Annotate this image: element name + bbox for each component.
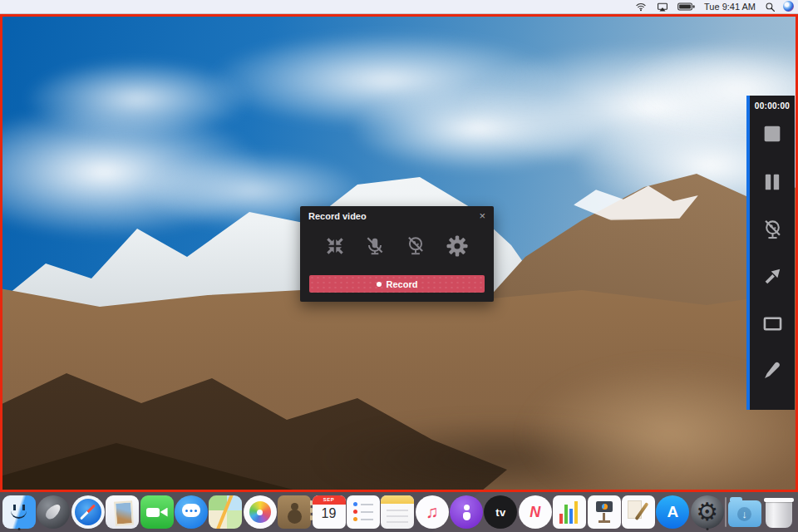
screen: Tue 9:41 AM Record video × Record 00:00:… [0, 0, 798, 532]
microphone-muted-button[interactable] [364, 240, 386, 253]
dock-item-numbers[interactable] [553, 493, 586, 531]
downloads-icon: ↓ [728, 500, 761, 527]
record-video-dialog: Record video × Record [300, 206, 494, 302]
pause-recording-button[interactable] [761, 170, 784, 194]
dock-item-podcasts[interactable] [450, 493, 483, 531]
cursor-highlight-button[interactable] [761, 266, 783, 288]
notes-icon [381, 495, 414, 529]
systempreferences-glyph: ⚙ [691, 495, 724, 529]
siri-icon[interactable] [783, 1, 794, 12]
keynote-icon [588, 495, 621, 529]
photos-icon [244, 495, 277, 529]
dock-item-pages[interactable] [622, 493, 655, 531]
spotlight-icon[interactable] [765, 1, 776, 13]
dock-item-calendar[interactable]: SEP19 [313, 493, 346, 531]
contacts-icon [278, 495, 311, 529]
battery-icon[interactable] [677, 1, 695, 13]
running-indicator-dot [706, 528, 708, 530]
finder-icon [2, 495, 36, 529]
mic-muted-icon [364, 240, 386, 253]
select-region-button[interactable] [761, 313, 784, 335]
settings-button[interactable] [445, 240, 470, 253]
airplay-icon[interactable] [656, 1, 669, 13]
tv-glyph: tv [484, 495, 517, 529]
dock-item-messages[interactable] [175, 493, 208, 531]
podcasts-icon [450, 495, 483, 529]
reminders-icon [347, 495, 380, 529]
music-glyph: ♫ [416, 495, 449, 529]
facetime-icon [140, 495, 174, 529]
systempreferences-icon: ⚙ [691, 495, 724, 529]
dock-divider [725, 497, 727, 527]
appstore-icon: A [656, 495, 689, 529]
calendar-day-label: 19 [313, 506, 346, 521]
record-button[interactable]: Record [309, 275, 485, 293]
pencil-icon [761, 360, 783, 382]
dock-item-notes[interactable] [381, 493, 414, 531]
numbers-icon [553, 495, 586, 529]
draw-annotate-button[interactable] [761, 360, 783, 382]
collapse-arrows-icon [324, 240, 346, 253]
stop-icon [761, 122, 784, 145]
menubar-status-icons [634, 1, 695, 13]
messages-icon [175, 495, 208, 529]
dock-item-appstore[interactable]: A [656, 493, 689, 531]
stop-recording-button[interactable] [761, 122, 784, 145]
dock-item-keynote[interactable] [588, 493, 621, 531]
dock-item-facetime[interactable] [140, 493, 174, 531]
tv-icon: tv [484, 495, 517, 529]
webcam-off-button[interactable] [761, 219, 784, 241]
launchpad-icon [37, 495, 70, 529]
recording-timer: 00:00:00 [755, 101, 790, 111]
dock-item-launchpad[interactable] [37, 493, 70, 531]
arrow-ne-icon [761, 266, 783, 288]
pause-icon [761, 170, 784, 194]
trash-icon [766, 500, 792, 528]
dock-item-contacts[interactable] [278, 493, 311, 531]
dialog-title: Record video [308, 211, 367, 221]
news-icon: N [519, 495, 552, 529]
dock-item-safari[interactable] [71, 493, 105, 531]
dock-item-downloads[interactable]: ↓ [728, 493, 761, 531]
pages-icon [622, 495, 655, 529]
webcam-muted-icon [761, 219, 784, 241]
webcam-muted-icon [405, 240, 426, 253]
downloads-glyph: ↓ [728, 500, 761, 527]
dock-item-systempreferences[interactable]: ⚙ [691, 493, 724, 531]
appstore-glyph: A [656, 495, 689, 529]
dock: SEP19♫tvNA⚙↓ [0, 492, 798, 532]
dock-item-news[interactable]: N [519, 493, 552, 531]
calendar-icon: SEP19 [313, 495, 346, 529]
shrink-window-button[interactable] [324, 240, 346, 253]
dock-item-maps[interactable] [209, 493, 242, 531]
news-glyph: N [519, 495, 552, 529]
rectangle-icon [761, 313, 784, 335]
wifi-icon[interactable] [634, 1, 648, 13]
menubar: Tue 9:41 AM [0, 0, 798, 14]
recording-toolbar: 00:00:00 [750, 96, 795, 410]
download-arrow-icon: ↓ [737, 507, 751, 521]
menubar-trailing-icons [765, 1, 794, 13]
dialog-toolbar [300, 221, 494, 263]
dock-item-mail[interactable] [106, 493, 139, 531]
webcam-muted-button[interactable] [405, 240, 426, 253]
dock-item-tv[interactable]: tv [484, 493, 517, 531]
music-icon: ♫ [416, 495, 449, 529]
gear-icon [445, 240, 470, 253]
close-icon[interactable]: × [477, 212, 487, 220]
dock-item-photos[interactable] [244, 493, 277, 531]
dock-item-finder[interactable] [2, 493, 36, 531]
running-indicator-dot [18, 528, 21, 530]
dock-item-reminders[interactable] [347, 493, 380, 531]
safari-icon [71, 495, 105, 529]
maps-icon [209, 495, 242, 529]
record-dot-icon [377, 282, 382, 287]
dock-item-trash[interactable] [762, 493, 796, 531]
dock-item-music[interactable]: ♫ [416, 493, 449, 531]
calendar-month-label: SEP [313, 497, 346, 502]
menubar-clock[interactable]: Tue 9:41 AM [704, 2, 756, 12]
toolbar-buttons [761, 122, 784, 382]
mail-icon [106, 495, 139, 529]
